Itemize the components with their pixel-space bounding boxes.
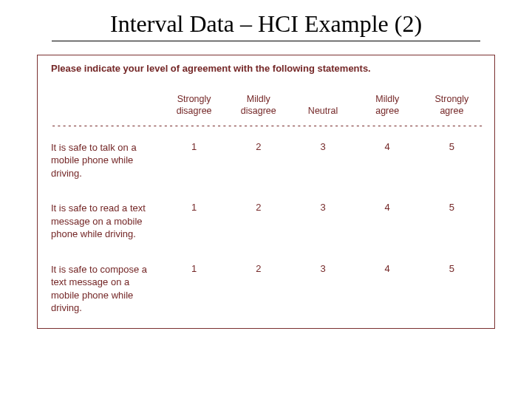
divider-dashes: ----------------------------------------… (51, 120, 484, 131)
q3-v3: 3 (290, 263, 355, 276)
survey-prompt: Please indicate your level of agreement … (51, 63, 484, 74)
q2-v5: 5 (420, 202, 484, 214)
title-underline (52, 41, 480, 41)
survey-box: Please indicate your level of agreement … (37, 55, 495, 329)
scale-header-5: Strongly agree (420, 93, 484, 117)
question-row-3: It is safe to compose a text message on … (51, 263, 484, 315)
header-row: Strongly disagree Mildly disagree Neutra… (51, 93, 484, 117)
q2-v4: 4 (355, 202, 420, 214)
question-2-text: It is safe to read a text message on a m… (51, 202, 162, 241)
q1-v3: 3 (290, 141, 355, 154)
scale-header-3-l2: Neutral (308, 106, 338, 116)
scale-header-1: Strongly disagree (162, 93, 226, 117)
q3-v5: 5 (420, 263, 484, 276)
question-row-2: It is safe to read a text message on a m… (51, 202, 484, 241)
scale-header-1-l1: Strongly (177, 94, 211, 104)
q1-v2: 2 (226, 141, 290, 154)
question-3-text: It is safe to compose a text message on … (51, 263, 162, 315)
q3-v4: 4 (355, 263, 420, 276)
q2-v2: 2 (226, 202, 290, 214)
page-title: Interval Data – HCI Example (2) (0, 0, 532, 41)
q1-v4: 4 (355, 141, 420, 154)
scale-header-5-l1: Strongly (434, 94, 468, 104)
q2-v3: 3 (290, 202, 355, 214)
q1-v1: 1 (162, 141, 226, 154)
scale-header-4: Mildly agree (355, 93, 420, 117)
scale-header-2: Mildly disagree (226, 93, 290, 117)
scale-header-2-l1: Mildly (247, 94, 270, 104)
scale-header-1-l2: disagree (177, 106, 212, 116)
scale-header-4-l1: Mildly (375, 94, 399, 104)
scale-header-3: Neutral (290, 93, 355, 117)
q3-v2: 2 (226, 263, 290, 276)
survey-table: Strongly disagree Mildly disagree Neutra… (51, 93, 484, 315)
q2-v1: 1 (162, 202, 226, 214)
q3-v1: 1 (162, 263, 226, 276)
question-1-text: It is safe to talk on a mobile phone whi… (51, 141, 162, 180)
scale-header-4-l2: agree (375, 106, 399, 116)
scale-header-5-l2: agree (440, 106, 463, 116)
q1-v5: 5 (420, 141, 484, 154)
question-row-1: It is safe to talk on a mobile phone whi… (51, 141, 484, 180)
scale-header-2-l2: disagree (241, 106, 276, 116)
